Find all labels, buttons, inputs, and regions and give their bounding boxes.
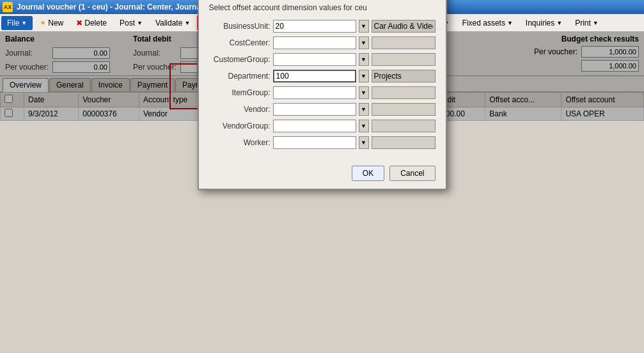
field-row-worker: Worker: ▼ xyxy=(209,136,436,149)
field-row-vendorgroup: VendorGroup: ▼ xyxy=(209,120,436,132)
department-dropdown-btn[interactable]: ▼ xyxy=(359,70,369,82)
fixed-assets-arrow: ▼ xyxy=(507,20,513,26)
app-icon: AX xyxy=(3,2,13,12)
vendor-desc xyxy=(372,103,436,116)
fixed-assets-button[interactable]: Fixed assets ▼ xyxy=(457,16,519,30)
customergroup-dropdown-btn[interactable]: ▼ xyxy=(359,53,369,66)
itemgroup-input[interactable] xyxy=(273,86,356,99)
ok-button[interactable]: OK xyxy=(352,166,384,181)
new-icon: ✦ xyxy=(40,19,46,27)
department-label: Department: xyxy=(209,72,271,81)
inquiries-button[interactable]: Inquiries ▼ xyxy=(520,16,568,30)
vendorgroup-desc xyxy=(372,120,436,132)
itemgroup-label: ItemGroup: xyxy=(209,88,271,97)
delete-icon: ✖ xyxy=(76,19,82,27)
vendorgroup-input[interactable] xyxy=(273,120,356,132)
financial-dimensions-dialog: Enter offset account financial dimension… xyxy=(198,0,447,190)
file-label: File xyxy=(7,19,19,27)
costcenter-input[interactable] xyxy=(273,36,356,49)
businessunit-input[interactable] xyxy=(273,20,356,33)
customergroup-desc xyxy=(372,53,436,66)
department-desc xyxy=(372,70,436,82)
print-arrow: ▼ xyxy=(593,20,599,26)
cancel-button[interactable]: Cancel xyxy=(389,166,435,181)
post-arrow: ▼ xyxy=(137,20,143,26)
department-input[interactable] xyxy=(273,70,356,82)
businessunit-desc xyxy=(372,20,436,33)
itemgroup-dropdown-btn[interactable]: ▼ xyxy=(359,86,369,99)
businessunit-label: BusinessUnit: xyxy=(209,22,271,31)
field-row-businessunit: BusinessUnit: ▼ xyxy=(209,20,436,33)
costcenter-dropdown-btn[interactable]: ▼ xyxy=(359,36,369,49)
file-arrow: ▼ xyxy=(21,20,27,26)
modal-subheading: Select offset account dimension values f… xyxy=(209,3,436,12)
post-button[interactable]: Post ▼ xyxy=(114,16,148,30)
vendorgroup-dropdown-btn[interactable]: ▼ xyxy=(359,120,369,132)
main-content: Balance Journal: Per voucher: Total debi… xyxy=(0,32,644,121)
print-button[interactable]: Print ▼ xyxy=(569,16,604,30)
vendor-input[interactable] xyxy=(273,103,356,116)
modal-footer: OK Cancel xyxy=(199,161,446,189)
inquiries-arrow: ▼ xyxy=(556,20,562,26)
new-button[interactable]: ✦ New xyxy=(34,16,69,30)
field-row-vendor: Vendor: ▼ xyxy=(209,103,436,116)
worker-dropdown-btn[interactable]: ▼ xyxy=(359,136,369,149)
customergroup-input[interactable] xyxy=(273,53,356,66)
modal-overlay: Enter offset account financial dimension… xyxy=(0,32,644,121)
field-row-itemgroup: ItemGroup: ▼ xyxy=(209,86,436,99)
customergroup-label: CustomerGroup: xyxy=(209,55,271,64)
costcenter-desc xyxy=(372,36,436,49)
field-row-customergroup: CustomerGroup: ▼ xyxy=(209,53,436,66)
vendorgroup-label: VendorGroup: xyxy=(209,122,271,130)
field-row-costcenter: CostCenter: ▼ xyxy=(209,36,436,49)
businessunit-dropdown-btn[interactable]: ▼ xyxy=(359,20,369,33)
field-row-department: Department: ▼ xyxy=(209,70,436,82)
vendor-label: Vendor: xyxy=(209,105,271,114)
file-menu-button[interactable]: File ▼ xyxy=(1,16,33,30)
validate-button[interactable]: Validate ▼ xyxy=(150,16,196,30)
modal-body: Enter account financial dimensions Selec… xyxy=(199,0,446,161)
worker-input[interactable] xyxy=(273,136,356,149)
worker-desc xyxy=(372,136,436,149)
costcenter-label: CostCenter: xyxy=(209,38,271,47)
itemgroup-desc xyxy=(372,86,436,99)
worker-label: Worker: xyxy=(209,138,271,147)
delete-button[interactable]: ✖ Delete xyxy=(70,16,113,30)
vendor-dropdown-btn[interactable]: ▼ xyxy=(359,103,369,116)
validate-arrow: ▼ xyxy=(184,20,190,26)
